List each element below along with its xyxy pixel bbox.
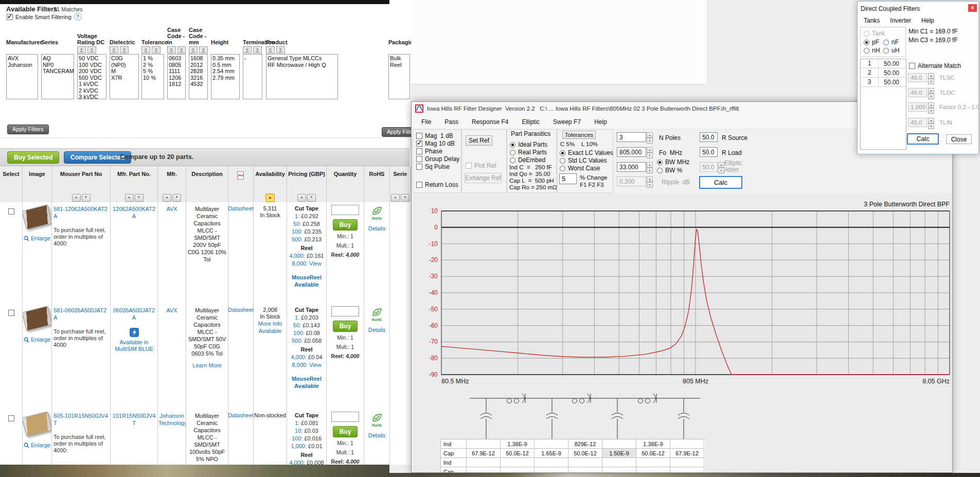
parameter-input[interactable]: 33.000 <box>617 162 646 172</box>
parasitics-radio[interactable] <box>510 150 515 155</box>
sort-down-icon[interactable]: ▼ <box>82 194 91 202</box>
filter-option[interactable]: 3 kVDC <box>79 94 105 99</box>
parameter-input[interactable]: 3 <box>617 132 646 142</box>
menu-item[interactable]: File <box>415 116 438 128</box>
spinner-up-icon[interactable]: ▲ <box>928 88 934 94</box>
filter-listbox[interactable]: - <box>243 54 262 99</box>
more-info-link[interactable]: More Info Available <box>255 320 286 334</box>
filter-option[interactable]: 0805 <box>169 62 184 68</box>
datasheet-link[interactable]: Datasheet <box>228 412 254 419</box>
apply-filters-button[interactable]: Apply Filters <box>7 125 49 134</box>
scroll-right-icon[interactable]: > <box>152 46 161 54</box>
scroll-left-icon[interactable]: < <box>110 46 118 54</box>
scroll-right-icon[interactable]: > <box>253 46 262 54</box>
price-qty-link[interactable]: 4,000: <box>291 354 307 361</box>
display-checkbox[interactable] <box>416 156 422 162</box>
column-header[interactable]: Select <box>0 166 23 193</box>
close-icon[interactable]: x <box>968 4 977 12</box>
mfr-pn-link[interactable]: 101R15N500JV4T <box>112 412 157 427</box>
column-header[interactable] <box>228 166 254 193</box>
sort-down-icon[interactable]: ▼ <box>135 194 144 202</box>
price-qty-link[interactable]: 500: <box>292 236 302 243</box>
scroll-right-icon[interactable]: > <box>199 46 208 54</box>
spinner[interactable]: ▲▼ <box>928 73 934 84</box>
filter-listbox[interactable]: C0G (NP0)MX7R <box>110 54 139 99</box>
price-qty-link[interactable]: 8,000: <box>292 260 308 268</box>
display-checkbox[interactable] <box>416 164 422 170</box>
quantity-input[interactable] <box>331 412 359 422</box>
filter-option[interactable]: 2 kVDC <box>79 87 105 94</box>
display-checkbox[interactable] <box>416 140 422 147</box>
filter-option[interactable]: 2.79 mm <box>212 75 238 81</box>
sort-up-icon[interactable]: ▲ <box>125 194 134 202</box>
filter-option[interactable]: 100 VDC <box>79 62 105 68</box>
filter-option[interactable]: NP0 <box>43 62 73 68</box>
filter-option[interactable]: General Type MLCCs <box>268 55 336 62</box>
buy-button[interactable]: Buy <box>333 321 358 332</box>
price-qty-link[interactable]: 4,000: <box>289 459 305 465</box>
dialog-field-input[interactable]: 45.0 <box>908 118 927 127</box>
filter-option[interactable]: 0.5 mm <box>212 62 238 68</box>
impedance-list-row[interactable]: 250.00 <box>861 68 906 78</box>
spinner-up-icon[interactable]: ▲ <box>928 73 934 79</box>
filter-option[interactable]: 200 VDC <box>79 68 105 75</box>
price-qty-link[interactable]: 1,000: <box>291 443 307 450</box>
column-header[interactable]: Description <box>186 166 228 193</box>
filter-listbox[interactable]: 06030805111112061812 <box>167 54 186 99</box>
mouser-pn-link[interactable]: 581-06035A500JAT2A <box>54 307 108 321</box>
display-checkbox[interactable] <box>416 148 422 154</box>
filter-option[interactable]: 1812 <box>169 81 184 87</box>
buy-button[interactable]: Buy <box>333 219 358 231</box>
price-qty-link[interactable]: 50: <box>293 220 301 228</box>
price-qty-link[interactable]: 500: <box>292 337 302 345</box>
filter-option[interactable]: 3216 <box>190 75 206 81</box>
enlarge-link[interactable]: Enlarge <box>24 235 50 242</box>
parameter-input[interactable]: 805.000 <box>617 147 646 157</box>
filter-option[interactable]: AVX <box>8 55 37 62</box>
price-qty-link[interactable]: 1: <box>295 213 299 220</box>
menu-item[interactable]: Pass <box>438 116 465 128</box>
spinner[interactable]: ▲▼ <box>718 162 724 173</box>
dialog-menu-item[interactable]: Help <box>916 15 939 26</box>
filter-option[interactable]: 2.54 mm <box>212 68 238 75</box>
sort-down-icon[interactable]: ▼ <box>307 194 316 202</box>
spinner-up-icon[interactable]: ▲ <box>647 132 653 138</box>
scroll-right-icon[interactable]: > <box>120 46 129 54</box>
dialog-calc-button[interactable]: Calc <box>907 133 939 145</box>
filter-option[interactable]: 50 VDC <box>79 55 105 62</box>
set-ref-button[interactable]: Set Ref <box>466 135 492 146</box>
mfr-pn-link[interactable]: 06035A500JAT2A <box>112 307 157 321</box>
filter-option[interactable]: 2 % <box>143 62 163 68</box>
row-select-checkbox[interactable] <box>8 415 14 421</box>
quantity-input[interactable] <box>331 306 359 316</box>
filter-option[interactable]: RF Microwave / High Q <box>268 62 336 68</box>
spinner-down-icon[interactable]: ▼ <box>718 168 724 173</box>
filter-option[interactable]: X7R <box>111 75 137 81</box>
buy-selected-button[interactable]: Buy Selected <box>7 151 59 164</box>
unit-radio[interactable] <box>864 48 869 54</box>
scroll-right-icon[interactable]: > <box>276 46 285 54</box>
sort-up-icon[interactable]: ▲ <box>391 194 400 202</box>
price-qty-link[interactable]: 8,000: <box>292 361 308 369</box>
mfr-link[interactable]: AVX <box>158 205 185 213</box>
filter-option[interactable]: 1111 <box>169 68 184 75</box>
parasitics-radio[interactable] <box>510 157 515 163</box>
filter-option[interactable]: Reel <box>390 62 408 68</box>
filter-listbox[interactable]: 50 VDC100 VDC200 VDC500 VDC1 kVDC2 kVDC3… <box>77 54 106 99</box>
percent-change-field[interactable]: 5 <box>559 173 577 184</box>
filter-option[interactable]: Johanson <box>8 62 37 68</box>
alternate-match-checkbox[interactable] <box>909 63 915 69</box>
scroll-left-icon[interactable]: < <box>266 46 275 54</box>
column-header[interactable]: Quantity <box>327 166 364 193</box>
filter-option[interactable]: 1 kVDC <box>79 81 105 87</box>
sort-up-icon[interactable]: ▲ <box>297 194 306 202</box>
plot-ref-checkbox[interactable] <box>466 163 472 169</box>
spinner[interactable]: ▲▼ <box>928 118 934 129</box>
filter-option[interactable]: C0G (NP0) <box>111 55 137 68</box>
column-header[interactable]: Pricing (GBP) <box>287 166 327 193</box>
details-link[interactable]: Details <box>368 327 386 333</box>
spinner-up-icon[interactable]: ▲ <box>647 147 653 153</box>
parameter-input[interactable]: 50.0 <box>700 162 718 172</box>
sort-down-icon[interactable]: ▼ <box>172 194 181 202</box>
mfr-link[interactable]: AVX <box>158 307 185 314</box>
